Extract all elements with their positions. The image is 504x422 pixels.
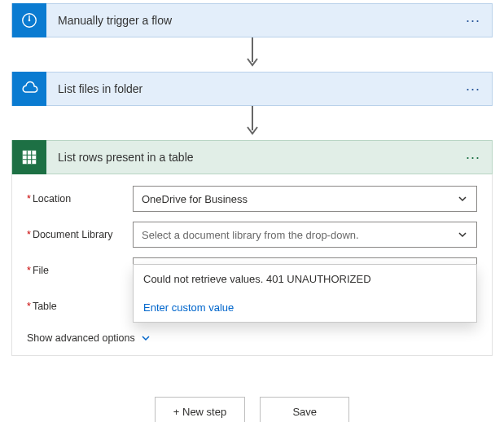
svg-point-1 (28, 20, 31, 22)
footer-actions: + New step Save (11, 397, 493, 422)
select-placeholder: Select a document library from the drop-… (142, 229, 457, 241)
dropdown-error-item[interactable]: Could not retrieve values. 401 UNAUTHORI… (134, 265, 476, 293)
chevron-down-icon (140, 332, 151, 344)
step-trigger-card[interactable]: Manually trigger a flow ··· (11, 3, 493, 37)
show-advanced-label: Show advanced options (27, 332, 135, 344)
manual-trigger-icon (12, 3, 46, 37)
svg-rect-2 (23, 151, 37, 165)
location-select[interactable]: OneDrive for Business (133, 186, 477, 212)
field-document-library: *Document Library Select a document libr… (27, 222, 477, 248)
more-menu-icon[interactable]: ··· (454, 81, 492, 98)
more-menu-icon[interactable]: ··· (454, 149, 492, 166)
action-body: *Location OneDrive for Business *Documen… (11, 174, 493, 356)
document-library-select[interactable]: Select a document library from the drop-… (133, 222, 477, 248)
onedrive-icon (12, 72, 46, 106)
dropdown-custom-item[interactable]: Enter custom value (134, 293, 476, 322)
new-step-button[interactable]: + New step (155, 397, 245, 422)
select-value: OneDrive for Business (142, 193, 457, 205)
chevron-down-icon (457, 229, 468, 240)
step-title: Manually trigger a flow (46, 14, 454, 27)
step-listrows-card[interactable]: List rows present in a table ··· (11, 140, 493, 174)
step-title: List rows present in a table (46, 151, 454, 164)
more-menu-icon[interactable]: ··· (454, 12, 492, 29)
connector-arrow (11, 106, 493, 140)
field-location: *Location OneDrive for Business (27, 186, 477, 212)
field-label: *File (27, 265, 133, 276)
field-label: *Table (27, 301, 133, 312)
document-library-dropdown-open: Could not retrieve values. 401 UNAUTHORI… (133, 264, 477, 323)
excel-icon (12, 140, 46, 174)
show-advanced-toggle[interactable]: Show advanced options (27, 332, 477, 344)
step-listfiles-card[interactable]: List files in folder ··· (11, 72, 493, 106)
connector-arrow (11, 37, 493, 72)
field-table: *Table Select a table from the drop-down… (27, 293, 477, 319)
field-label: *Location (27, 193, 133, 204)
field-label: *Document Library (27, 229, 133, 240)
save-button[interactable]: Save (260, 397, 349, 422)
chevron-down-icon (457, 193, 468, 204)
step-title: List files in folder (46, 82, 454, 95)
